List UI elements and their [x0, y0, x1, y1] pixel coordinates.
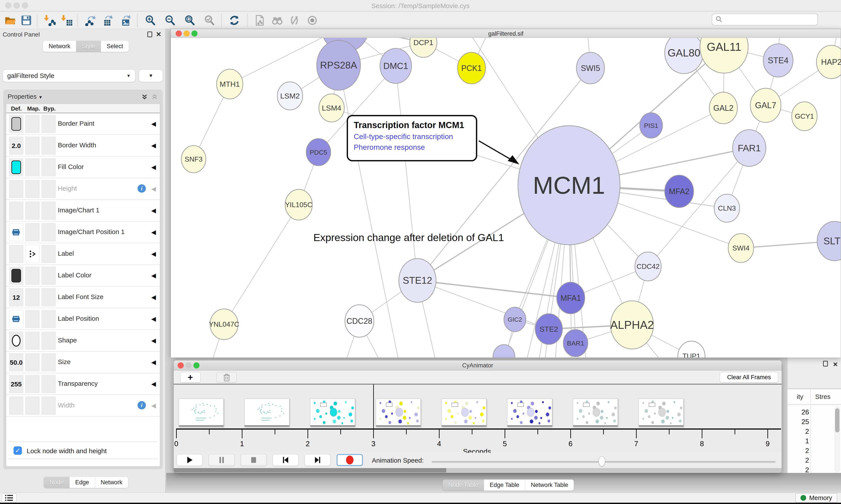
task-history-button[interactable] [2, 493, 17, 502]
expand-row-icon[interactable]: ◀ [151, 380, 156, 388]
property-row-size[interactable]: 50.0Size◀ [6, 352, 160, 373]
node-mfa1[interactable]: MFA1 [557, 282, 585, 314]
info-icon[interactable]: i [138, 184, 146, 193]
stop-button[interactable] [241, 454, 267, 466]
frame-thumbnail-7[interactable] [573, 399, 618, 427]
memory-button[interactable]: Memory [795, 493, 837, 502]
frame-thumbnail-2[interactable] [245, 399, 289, 427]
export-table-icon[interactable] [102, 14, 114, 26]
network-window-titlebar[interactable]: galFiltered.sif [171, 29, 841, 38]
property-row-shape[interactable]: Shape◀ [6, 330, 160, 352]
tab-network[interactable]: Network [43, 41, 76, 52]
node-pis1[interactable]: PIS1 [640, 113, 662, 138]
expand-row-icon[interactable]: ◀ [151, 120, 156, 127]
expand-row-icon[interactable]: ◀ [151, 315, 156, 323]
tab-node[interactable]: Node [44, 477, 70, 488]
refresh-layout-icon[interactable] [228, 14, 240, 26]
expand-row-icon[interactable]: ◀ [151, 402, 156, 409]
table-cell[interactable]: 2 [788, 466, 809, 473]
zoom-out-icon[interactable] [164, 14, 176, 26]
position-icon[interactable] [12, 314, 20, 323]
node-bar1[interactable]: BAR1 [563, 329, 588, 357]
ellipse-shape-icon[interactable] [12, 335, 21, 346]
tab-edge-table[interactable]: Edge Table [484, 480, 525, 491]
mapping-icon[interactable] [28, 250, 37, 258]
node-ncut2[interactable] [493, 345, 515, 358]
table-vertical-scrollbar[interactable] [835, 407, 840, 472]
annotation-link-2[interactable]: Pheromone response [354, 143, 470, 151]
node-rps28a[interactable]: RPS28A [317, 40, 360, 90]
node-ste2[interactable]: STE2 [535, 314, 562, 344]
annotation-link-1[interactable]: Cell-type-specific transcription [354, 132, 470, 141]
expand-row-icon[interactable]: ◀ [151, 185, 156, 193]
node-dmc1[interactable]: DMC1 [380, 48, 412, 84]
frame-thumbnail-8[interactable] [639, 399, 683, 427]
expand-row-icon[interactable]: ◀ [151, 272, 156, 279]
node-ste12[interactable]: STE12 [399, 258, 436, 302]
node-mth1[interactable]: MTH1 [217, 69, 243, 99]
node-pck1[interactable]: PCK1 [458, 52, 486, 84]
node-lsm2[interactable]: LSM2 [277, 82, 303, 110]
expand-row-icon[interactable]: ◀ [151, 142, 156, 149]
table-cell[interactable]: 2 [788, 447, 809, 455]
table-column-stres[interactable]: Stres [815, 393, 830, 400]
cyanimator-horizontal-scrollbar[interactable] [174, 468, 782, 472]
property-row-image-chart-1[interactable]: Image/Chart 1◀ [6, 200, 160, 221]
color-swatch[interactable] [12, 117, 21, 131]
node-cdc42[interactable]: CDC42 [635, 252, 661, 281]
expand-all-icon[interactable] [141, 93, 148, 102]
table-cell[interactable]: 1 [788, 437, 809, 445]
close-panel-icon[interactable]: ✕ [156, 31, 161, 38]
node-mfa2[interactable]: MFA2 [665, 175, 694, 208]
close-panel-icon[interactable]: ✕ [833, 361, 838, 368]
property-row-transparency[interactable]: 255Transparency◀ [6, 373, 160, 395]
import-network-icon[interactable] [44, 14, 56, 26]
zoom-in-icon[interactable] [144, 14, 156, 26]
network-canvas[interactable]: RPS28BDCP1RPS28ADMC1PCK1MTH1LSM2LSM4SWI5… [171, 38, 841, 358]
property-row-label[interactable]: Label◀ [6, 243, 160, 265]
node-mcm1[interactable]: MCM1 [518, 126, 620, 245]
node-gic2[interactable]: GIC2 [504, 307, 526, 332]
default-value[interactable]: 12 [10, 294, 23, 301]
search-input[interactable] [723, 15, 817, 24]
timeline-playhead[interactable] [373, 384, 374, 429]
expand-row-icon[interactable]: ◀ [151, 293, 156, 301]
float-panel-icon[interactable] [147, 32, 152, 37]
style-selector[interactable]: galFiltered Style ▼ [3, 69, 135, 82]
property-row-label-font-size[interactable]: 12Label Font Size◀ [6, 287, 160, 308]
property-row-border-paint[interactable]: Border Paint◀ [6, 113, 160, 135]
node-tup1[interactable]: TUP1 [678, 341, 705, 358]
add-frame-button[interactable]: + [180, 372, 200, 382]
node-ste4[interactable]: STE4 [763, 44, 793, 77]
zoom-fit-icon[interactable] [183, 14, 196, 26]
node-gcy1[interactable]: GCY1 [792, 102, 817, 131]
node-yil105c[interactable]: YIL105C [285, 190, 312, 220]
table-cell[interactable]: 25 [788, 418, 809, 426]
expand-row-icon[interactable]: ◀ [151, 207, 156, 214]
property-row-image-chart-position-1[interactable]: Image/Chart Position 1◀ [6, 221, 160, 243]
step-forward-button[interactable] [305, 454, 330, 466]
pause-button[interactable] [209, 454, 235, 466]
node-dcp1[interactable]: DCP1 [410, 38, 437, 57]
table-cell[interactable]: 26 [788, 408, 809, 416]
table-cell[interactable]: 2 [788, 456, 809, 464]
tab-network[interactable]: Network [95, 477, 128, 488]
expand-row-icon[interactable]: ◀ [151, 337, 156, 344]
expand-row-icon[interactable]: ◀ [151, 250, 156, 257]
tab-style[interactable]: Style [76, 41, 101, 52]
property-row-height[interactable]: Heighti◀ [6, 178, 160, 200]
slider-thumb[interactable] [598, 456, 605, 466]
table-cell[interactable]: 2 [788, 428, 809, 435]
annotation-box[interactable]: Transcription factor MCM1 Cell-type-spec… [347, 115, 477, 161]
tab-edge[interactable]: Edge [70, 477, 95, 488]
default-value[interactable]: 50.0 [10, 359, 23, 366]
properties-header[interactable]: Properties ▼ [8, 93, 43, 100]
info-icon[interactable]: i [138, 401, 146, 410]
color-swatch[interactable] [12, 161, 21, 174]
open-session-icon[interactable] [4, 14, 16, 26]
zoom-selected-icon[interactable] [203, 14, 215, 26]
frame-thumbnail-4[interactable] [376, 399, 421, 427]
frame-thumbnail-1[interactable] [179, 399, 223, 427]
eye-hidden-icon[interactable] [289, 14, 301, 26]
node-swi5[interactable]: SWI5 [576, 52, 605, 84]
